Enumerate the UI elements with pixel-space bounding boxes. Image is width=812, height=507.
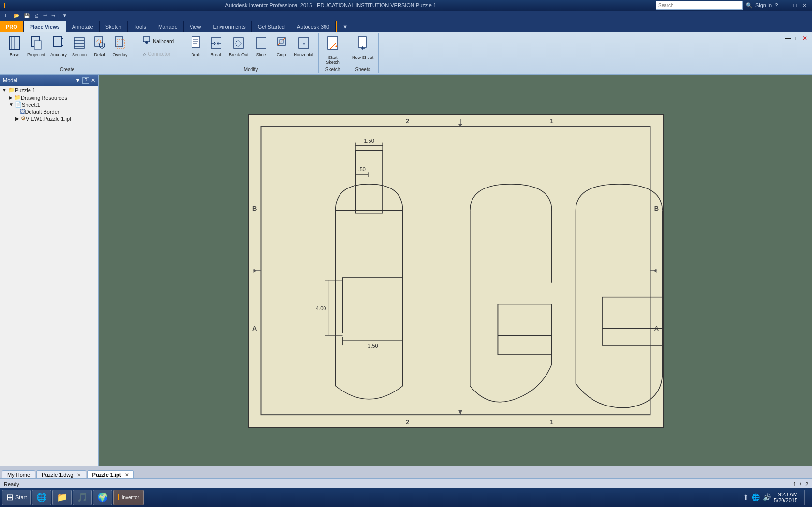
systray-up-icon[interactable]: ⬆ bbox=[743, 493, 749, 501]
sidebar-tree: ▼ 📁 Puzzle 1 ▶ 📁 Drawing Resources ▼ 📄 S… bbox=[0, 86, 98, 466]
qa-save-button[interactable]: 💾 bbox=[22, 13, 31, 19]
files-icon: 📁 bbox=[57, 492, 67, 503]
tree-item-view1[interactable]: ▶ ⚙ VIEW1:Puzzle 1.ipt bbox=[15, 115, 97, 122]
breakout-label: Break Out bbox=[229, 52, 249, 57]
svg-text:A: A bbox=[252, 325, 256, 332]
tree-expand-icon3: ▼ bbox=[9, 102, 14, 107]
svg-rect-35 bbox=[328, 37, 338, 49]
section-icon bbox=[74, 36, 85, 52]
canvas-area[interactable]: 2 1 2 1 B A B A bbox=[99, 75, 812, 466]
slice-button[interactable]: Slice bbox=[251, 35, 271, 58]
title-search-input[interactable] bbox=[656, 1, 743, 10]
auxiliary-button[interactable]: Auxiliary bbox=[48, 35, 69, 58]
sidebar-dropdown-icon[interactable]: ▼ bbox=[75, 77, 81, 84]
inventor-icon: I bbox=[118, 493, 119, 502]
tab-view[interactable]: View bbox=[184, 21, 207, 32]
tree-folder-icon: 📁 bbox=[8, 87, 15, 93]
qa-new-button[interactable]: 🗒 bbox=[3, 13, 11, 19]
ribbon-group-sketch: Start Sketch Sketch bbox=[320, 33, 346, 73]
help-icon[interactable]: ? bbox=[775, 2, 778, 8]
nailboard-button[interactable]: Nailboard bbox=[140, 35, 176, 47]
tab-annotate[interactable]: Annotate bbox=[66, 21, 100, 32]
tree-item-default-border[interactable]: 🖼 Default Border bbox=[15, 108, 97, 115]
minimize-button[interactable]: — bbox=[781, 2, 789, 8]
tab-my-home[interactable]: My Home bbox=[2, 470, 35, 478]
tab-pro[interactable]: PRO bbox=[0, 21, 24, 32]
ie-icon: 🌐 bbox=[36, 492, 47, 503]
qa-redo-button[interactable]: ↪ bbox=[50, 13, 57, 19]
svg-rect-37 bbox=[358, 37, 366, 47]
section-button[interactable]: Section bbox=[70, 35, 89, 58]
taskbar-media-button[interactable]: 🎵 bbox=[73, 490, 92, 505]
taskbar-clock[interactable]: 9:23 AM 5/20/2015 bbox=[774, 492, 801, 503]
projected-button[interactable]: Projected bbox=[25, 35, 47, 58]
tab-sketch[interactable]: Sketch bbox=[100, 21, 128, 32]
breakout-button[interactable]: Break Out bbox=[227, 35, 251, 58]
restore-button[interactable]: □ bbox=[792, 2, 798, 8]
systray-network-icon[interactable]: 🌐 bbox=[752, 493, 760, 501]
main-layout: Model ▼ ? ✕ ▼ 📁 Puzzle 1 ▶ 📁 Drawing Res… bbox=[0, 75, 812, 466]
connector-button[interactable]: ⬦ Connector bbox=[140, 49, 172, 58]
horizontal-button[interactable]: ⇔ Horizontal bbox=[292, 35, 316, 58]
overlay-button[interactable]: Overlay bbox=[110, 35, 130, 58]
start-button[interactable]: ⊞ Start bbox=[2, 490, 31, 505]
svg-rect-31 bbox=[280, 40, 283, 43]
tree-item-puzzle1[interactable]: ▼ 📁 Puzzle 1 bbox=[1, 87, 97, 94]
crop-button[interactable]: Crop bbox=[272, 35, 291, 58]
signin-button[interactable]: Sign In bbox=[755, 2, 772, 8]
close-ipt-icon[interactable]: ✕ bbox=[125, 472, 129, 478]
taskbar-inventor-button[interactable]: I Inventor bbox=[113, 490, 144, 505]
base-button[interactable]: Base bbox=[5, 35, 24, 58]
modify-group-label: Modify bbox=[244, 67, 258, 72]
qa-open-button[interactable]: 📂 bbox=[12, 13, 21, 19]
draft-icon bbox=[190, 36, 202, 52]
taskbar-ie-button[interactable]: 🌐 bbox=[32, 490, 51, 505]
projected-label: Projected bbox=[27, 52, 45, 57]
search-icon[interactable]: 🔍 bbox=[746, 2, 753, 9]
ribbon-restore-icon[interactable]: □ bbox=[793, 34, 800, 43]
svg-point-14 bbox=[97, 40, 101, 43]
tab-autodesk-360[interactable]: Autodesk 360 bbox=[291, 21, 336, 32]
tab-environments[interactable]: Environments bbox=[207, 21, 251, 32]
sidebar-close-icon[interactable]: ✕ bbox=[91, 77, 95, 84]
start-icon: ⊞ bbox=[6, 492, 14, 503]
qa-undo-button[interactable]: ↩ bbox=[42, 13, 48, 19]
tree-item-sheet1[interactable]: ▼ 📄 Sheet:1 bbox=[8, 101, 97, 108]
tab-tools[interactable]: Tools bbox=[128, 21, 152, 32]
sidebar: Model ▼ ? ✕ ▼ 📁 Puzzle 1 ▶ 📁 Drawing Res… bbox=[0, 75, 99, 466]
sketch-group-label: Sketch bbox=[325, 67, 340, 72]
draft-button[interactable]: Draft bbox=[186, 35, 206, 58]
start-sketch-button[interactable]: Start Sketch bbox=[323, 35, 342, 66]
ribbon-minimize-icon[interactable]: — bbox=[783, 34, 793, 43]
detail-button[interactable]: Detail bbox=[90, 35, 109, 58]
close-dwg-icon[interactable]: ✕ bbox=[77, 472, 81, 478]
qa-customize-button[interactable]: ▼ bbox=[61, 13, 69, 19]
tree-item-drawing-resources[interactable]: ▶ 📁 Drawing Resources bbox=[8, 94, 97, 101]
auxiliary-icon bbox=[53, 36, 64, 52]
close-button[interactable]: ✕ bbox=[801, 2, 808, 9]
tree-view-icon: ⚙ bbox=[21, 116, 26, 122]
horizontal-icon: ⇔ bbox=[298, 36, 310, 52]
tab-manage[interactable]: Manage bbox=[152, 21, 184, 32]
svg-marker-44 bbox=[458, 410, 462, 415]
systray-volume-icon[interactable]: 🔊 bbox=[763, 493, 771, 501]
svg-text:2: 2 bbox=[406, 117, 409, 124]
overlay-label: Overlay bbox=[113, 52, 128, 57]
overlay-icon bbox=[114, 36, 126, 52]
svg-marker-48 bbox=[653, 269, 656, 273]
show-desktop-icon[interactable] bbox=[804, 490, 807, 505]
break-button[interactable]: Break bbox=[207, 35, 226, 58]
new-sheet-button[interactable]: New Sheet bbox=[350, 35, 375, 61]
tab-get-started[interactable]: Get Started bbox=[252, 21, 291, 32]
svg-text:B: B bbox=[654, 204, 658, 212]
tab-place-views[interactable]: Place Views bbox=[24, 21, 66, 32]
ribbon-close-icon[interactable]: ✕ bbox=[800, 34, 809, 43]
taskbar-chrome-button[interactable]: 🌍 bbox=[93, 490, 112, 505]
tab-puzzle-ipt[interactable]: Puzzle 1.ipt ✕ bbox=[87, 470, 134, 478]
tab-extra[interactable]: ▼ bbox=[336, 21, 354, 32]
tab-puzzle-dwg[interactable]: Puzzle 1.dwg ✕ bbox=[36, 470, 86, 478]
taskbar-files-button[interactable]: 📁 bbox=[52, 490, 72, 505]
svg-text:1: 1 bbox=[550, 419, 553, 426]
sidebar-help-icon[interactable]: ? bbox=[82, 77, 89, 84]
qa-print-button[interactable]: 🖨 bbox=[32, 13, 40, 19]
